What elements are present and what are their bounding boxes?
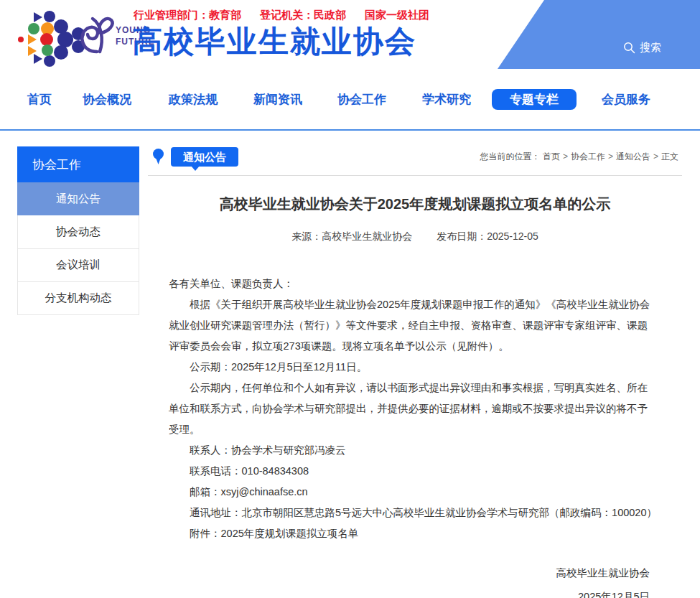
breadcrumb-notices[interactable]: 通知公告 bbox=[616, 151, 650, 162]
site-header: YOUNG FUTURE 行业管理部门：教育部登记机关：民政部国家一级社团 高校… bbox=[0, 0, 700, 69]
article-body: 各有关单位、课题负责人： 根据《关于组织开展高校毕业生就业协会2025年度规划课… bbox=[148, 274, 682, 544]
article-paragraph: 公示期：2025年12月5日至12月11日。 bbox=[169, 357, 658, 378]
article-paragraph-email: 邮箱：xsyj@chinaafse.cn bbox=[169, 482, 658, 503]
search-label: 搜索 bbox=[640, 41, 661, 55]
registration-info-line: 行业管理部门：教育部登记机关：民政部国家一级社团 bbox=[134, 9, 448, 22]
article-signature: 高校毕业生就业协会 2025年12月5日 bbox=[148, 566, 682, 598]
nav-item-association-work[interactable]: 协会工作 bbox=[337, 91, 386, 108]
sidebar-list: 协会动态 会议培训 分支机构动态 bbox=[17, 215, 139, 315]
header-blue-banner: 搜索 bbox=[467, 0, 700, 69]
nav-item-special-columns-active[interactable]: 专题专栏 bbox=[492, 89, 577, 110]
article-paragraph-contact: 联系人：协会学术与研究部冯凌云 bbox=[169, 440, 658, 461]
reg-segment: 登记机关：民政部 bbox=[260, 9, 346, 21]
section-header-row: 通知公告 您当前的位置： 首页>协会工作>通知公告>正文 bbox=[148, 146, 682, 167]
article-paragraph: 根据《关于组织开展高校毕业生就业协会2025年度规划课题申报工作的通知》《高校毕… bbox=[169, 294, 658, 357]
nav-item-member-services[interactable]: 会员服务 bbox=[602, 91, 650, 108]
article-paragraph-attachment: 附件：2025年度规划课题拟立项名单 bbox=[169, 523, 658, 544]
article-title: 高校毕业生就业协会关于2025年度规划课题拟立项名单的公示 bbox=[148, 193, 682, 215]
sidebar-item-association-news[interactable]: 协会动态 bbox=[18, 215, 139, 248]
breadcrumb: 您当前的位置： 首页>协会工作>通知公告>正文 bbox=[480, 151, 678, 163]
nav-item-home[interactable]: 首页 bbox=[27, 91, 52, 108]
breadcrumb-association-work[interactable]: 协会工作 bbox=[571, 151, 605, 162]
breadcrumb-home[interactable]: 首页 bbox=[543, 151, 560, 162]
article-paragraph: 公示期内，任何单位和个人如有异议，请以书面形式提出异议理由和事实根据，写明真实姓… bbox=[169, 378, 658, 440]
breadcrumb-separator: > bbox=[608, 151, 613, 162]
breadcrumb-separator: > bbox=[653, 151, 658, 162]
section-badge[interactable]: 通知公告 bbox=[171, 147, 238, 167]
announcement-pin-icon bbox=[153, 149, 164, 165]
breadcrumb-prefix: 您当前的位置： bbox=[480, 151, 541, 162]
article-paragraph-phone: 联系电话：010-84834308 bbox=[169, 461, 658, 482]
sidebar-item-notices[interactable]: 通知公告 bbox=[17, 182, 139, 215]
sidebar-title: 协会工作 bbox=[17, 146, 139, 182]
signature-date: 2025年12月5日 bbox=[148, 589, 650, 598]
main-nav: 首页 协会概况 政策法规 新闻资讯 协会工作 学术研究 专题专栏 会员服务 bbox=[0, 69, 700, 131]
reg-segment: 行业管理部门：教育部 bbox=[134, 9, 241, 21]
signature-org: 高校毕业生就业协会 bbox=[148, 566, 650, 580]
reg-segment: 国家一级社团 bbox=[365, 9, 429, 21]
sidebar-item-meetings-training[interactable]: 会议培训 bbox=[18, 248, 139, 281]
article-source: 来源：高校毕业生就业协会 bbox=[291, 230, 412, 242]
search-button[interactable]: 搜索 bbox=[623, 41, 661, 55]
article-paragraph: 各有关单位、课题负责人： bbox=[169, 274, 658, 294]
page-layout: 协会工作 通知公告 协会动态 会议培训 分支机构动态 通知公告 您当前的位置： … bbox=[0, 146, 700, 598]
sidebar: 协会工作 通知公告 协会动态 会议培训 分支机构动态 bbox=[17, 146, 139, 315]
sidebar-item-branch-updates[interactable]: 分支机构动态 bbox=[18, 281, 139, 314]
article-paragraph-address: 通讯地址：北京市朝阳区慧忠路5号远大中心高校毕业生就业协会学术与研究部（邮政编码… bbox=[169, 503, 658, 523]
site-brand-title: 高校毕业生就业协会 bbox=[132, 22, 416, 62]
breadcrumb-separator: > bbox=[563, 151, 568, 162]
breadcrumb-current: 正文 bbox=[661, 151, 678, 162]
nav-item-about[interactable]: 协会概况 bbox=[83, 91, 131, 108]
nav-item-news[interactable]: 新闻资讯 bbox=[253, 91, 302, 108]
search-icon bbox=[623, 42, 635, 54]
main-content: 通知公告 您当前的位置： 首页>协会工作>通知公告>正文 高校毕业生就业协会关于… bbox=[148, 146, 682, 598]
nav-item-policy[interactable]: 政策法规 bbox=[169, 91, 218, 108]
article-meta: 来源：高校毕业生就业协会 发布日期：2025-12-05 bbox=[148, 230, 682, 243]
nav-item-academic[interactable]: 学术研究 bbox=[422, 91, 471, 108]
article-publish-date: 发布日期：2025-12-05 bbox=[437, 230, 538, 242]
section-divider bbox=[148, 175, 682, 176]
